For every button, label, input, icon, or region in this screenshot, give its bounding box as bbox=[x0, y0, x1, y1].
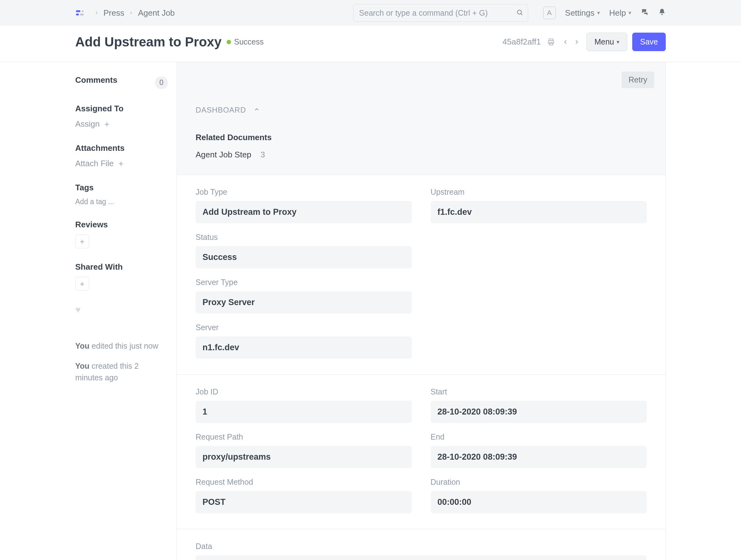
field-value[interactable]: 1 bbox=[196, 401, 412, 423]
menu-button[interactable]: Menu▾ bbox=[587, 33, 627, 51]
search-wrap bbox=[353, 4, 528, 22]
breadcrumb-press[interactable]: Press bbox=[104, 8, 124, 18]
fields-section-2: Job ID1Start28-10-2020 08:09:39Request P… bbox=[177, 375, 665, 529]
form-field bbox=[431, 323, 647, 359]
caret-down-icon: ▾ bbox=[617, 39, 619, 46]
assigned-to-label: Assigned To bbox=[75, 104, 168, 114]
header-actions: 45a8f2aff1 Menu▾ Save bbox=[502, 33, 666, 51]
field-label: Upstream bbox=[431, 187, 647, 197]
activity-edited: You edited this just now bbox=[75, 340, 168, 352]
activity-user: You bbox=[75, 362, 89, 370]
bell-icon[interactable] bbox=[658, 8, 666, 18]
status-text: Success bbox=[234, 37, 264, 46]
add-share-button[interactable]: ＋ bbox=[75, 277, 89, 291]
retry-button[interactable]: Retry bbox=[621, 71, 654, 88]
breadcrumb-agent-job[interactable]: Agent Job bbox=[138, 8, 175, 18]
caret-down-icon: ▾ bbox=[628, 9, 631, 16]
search-input[interactable] bbox=[353, 4, 528, 22]
field-value[interactable]: 00:00:00 bbox=[431, 491, 647, 513]
field-value[interactable]: n1.fc.dev bbox=[196, 336, 412, 359]
plus-icon: ＋ bbox=[103, 119, 111, 129]
svg-rect-2 bbox=[82, 10, 84, 12]
field-label: Start bbox=[431, 387, 647, 396]
sidebar: Comments 0 Assigned To Assign＋ Attachmen… bbox=[75, 62, 177, 560]
related-agent-job-step[interactable]: Agent Job Step 3 bbox=[196, 150, 647, 160]
field-value[interactable]: proxy/upstreams bbox=[196, 446, 412, 468]
plus-icon: ＋ bbox=[117, 158, 125, 169]
field-label: Job Type bbox=[196, 187, 412, 197]
data-section: Data { } bbox=[177, 529, 665, 560]
field-value[interactable]: f1.fc.dev bbox=[431, 201, 647, 223]
related-item-label: Agent Job Step bbox=[196, 150, 251, 159]
form-field: End28-10-2020 08:09:39 bbox=[431, 432, 647, 468]
assign-label: Assign bbox=[75, 119, 100, 129]
fields-section-1: Job TypeAdd Upstream to ProxyUpstreamf1.… bbox=[177, 175, 665, 375]
record-nav bbox=[561, 37, 582, 47]
data-label: Data bbox=[196, 542, 647, 551]
related-documents-title: Related Documents bbox=[196, 133, 647, 142]
svg-rect-1 bbox=[76, 13, 79, 15]
data-json-preview[interactable]: { } bbox=[196, 555, 647, 560]
add-tag-input[interactable]: Add a tag ... bbox=[75, 197, 114, 206]
help-label: Help bbox=[609, 8, 626, 18]
save-button[interactable]: Save bbox=[632, 33, 666, 51]
form-field: Start28-10-2020 08:09:39 bbox=[431, 387, 647, 423]
form-field bbox=[431, 278, 647, 314]
field-value[interactable]: Proxy Server bbox=[196, 291, 412, 314]
field-value[interactable]: 28-10-2020 08:09:39 bbox=[431, 446, 647, 468]
chevron-right-icon bbox=[129, 10, 134, 15]
page-header: Add Upstream to Proxy Success 45a8f2aff1… bbox=[0, 26, 741, 62]
content-top: Retry bbox=[177, 62, 665, 95]
field-label: Server Type bbox=[196, 278, 412, 287]
activity-user: You bbox=[75, 341, 89, 350]
assign-button[interactable]: Assign＋ bbox=[75, 119, 111, 129]
page-title: Add Upstream to Proxy bbox=[75, 35, 222, 50]
svg-point-4 bbox=[517, 10, 521, 14]
main: Comments 0 Assigned To Assign＋ Attachmen… bbox=[0, 62, 741, 560]
form-field: Duration00:00:00 bbox=[431, 478, 647, 513]
print-icon[interactable] bbox=[546, 37, 556, 47]
help-link[interactable]: Help▾ bbox=[609, 8, 631, 18]
next-record-button[interactable] bbox=[572, 37, 582, 47]
form-field: Request Pathproxy/upstreams bbox=[196, 432, 412, 468]
comments-row[interactable]: Comments 0 bbox=[75, 75, 168, 90]
app-logo[interactable] bbox=[75, 8, 84, 17]
comments-label: Comments bbox=[75, 75, 117, 85]
form-field: Request MethodPOST bbox=[196, 478, 412, 513]
attach-label: Attach File bbox=[75, 159, 114, 168]
activity-created: You created this 2 minutes ago bbox=[75, 360, 168, 384]
prev-record-button[interactable] bbox=[561, 37, 570, 47]
field-value[interactable]: Success bbox=[196, 246, 412, 268]
svg-rect-0 bbox=[76, 10, 80, 12]
record-hash: 45a8f2aff1 bbox=[502, 37, 541, 47]
field-label: Job ID bbox=[196, 387, 412, 396]
field-value[interactable]: 28-10-2020 08:09:39 bbox=[431, 401, 647, 423]
dashboard-toggle[interactable]: DASHBOARD bbox=[196, 106, 647, 114]
settings-link[interactable]: Settings▾ bbox=[565, 8, 600, 18]
activity-text: edited this just now bbox=[91, 341, 158, 350]
comments-count: 0 bbox=[155, 76, 168, 89]
field-label: Duration bbox=[431, 478, 647, 487]
svg-line-5 bbox=[521, 14, 522, 15]
content: Retry DASHBOARD Related Documents Agent … bbox=[177, 62, 666, 560]
dashboard-label: DASHBOARD bbox=[196, 106, 246, 114]
shared-with-label: Shared With bbox=[75, 262, 168, 272]
field-label: Request Path bbox=[196, 432, 412, 441]
reviews-label: Reviews bbox=[75, 220, 168, 230]
field-value[interactable]: Add Upstream to Proxy bbox=[196, 201, 412, 223]
chat-icon[interactable] bbox=[641, 8, 649, 18]
search-icon[interactable] bbox=[516, 9, 523, 17]
form-field: Servern1.fc.dev bbox=[196, 323, 412, 359]
attach-file-button[interactable]: Attach File＋ bbox=[75, 158, 125, 169]
status-pill: Success bbox=[227, 37, 264, 46]
like-icon[interactable]: ♥ bbox=[75, 304, 81, 315]
status-dot-icon bbox=[227, 40, 231, 44]
user-badge[interactable]: A bbox=[543, 7, 556, 19]
dashboard-section: DASHBOARD Related Documents Agent Job St… bbox=[177, 95, 665, 175]
attachments-label: Attachments bbox=[75, 143, 168, 153]
menu-label: Menu bbox=[594, 37, 614, 46]
field-label: Request Method bbox=[196, 478, 412, 487]
field-value[interactable]: POST bbox=[196, 491, 412, 513]
related-item-count: 3 bbox=[261, 150, 265, 159]
add-review-button[interactable]: ＋ bbox=[75, 235, 89, 248]
